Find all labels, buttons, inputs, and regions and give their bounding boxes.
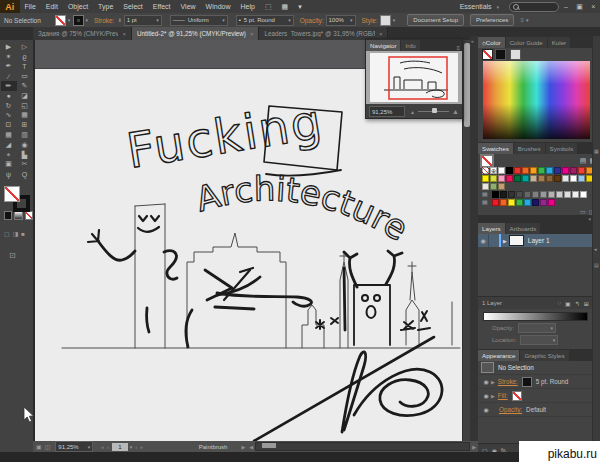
magic-wand-tool[interactable]: ✶ [1, 52, 17, 62]
swatch-group-folder-icon[interactable]: ▤ [482, 199, 491, 206]
layer-thumbnail[interactable] [509, 235, 524, 246]
pencil-tool[interactable]: ✎ [17, 81, 33, 91]
style-swatch[interactable] [380, 15, 391, 26]
fill-swatch-arrow-icon[interactable]: ▾ [68, 17, 71, 23]
swatch[interactable] [506, 175, 513, 182]
tab-symbols[interactable]: Symbols [546, 143, 578, 154]
stroke-weight-stepper[interactable]: ⬍ [117, 17, 121, 23]
swatch-thumbnail-view-icon[interactable]: ▤ [580, 157, 587, 165]
slice-tool[interactable]: ✂ [17, 160, 33, 170]
scale-tool[interactable]: ◱ [17, 101, 33, 111]
rotate-tool[interactable]: ↻ [1, 101, 17, 111]
tab-graphic-styles[interactable]: Graphic Styles [520, 350, 568, 361]
stroke-swatch-arrow-icon[interactable]: ▾ [85, 17, 88, 23]
swatch[interactable] [548, 199, 555, 206]
gradient-location-field[interactable]: ▾ [520, 335, 558, 345]
navigator-preview[interactable] [366, 51, 462, 104]
first-artboard-icon[interactable]: « [101, 444, 104, 450]
rectangle-tool[interactable]: ▭ [17, 71, 33, 81]
menu-effect[interactable]: Effect [148, 0, 176, 13]
menu-object[interactable]: Object [63, 0, 93, 13]
menu-edit[interactable]: Edit [41, 0, 63, 13]
swatch[interactable] [524, 199, 531, 206]
status-divider-icon[interactable]: ▶ [241, 444, 245, 450]
eraser-tool[interactable]: ◪ [17, 91, 33, 101]
swatch[interactable] [570, 167, 577, 174]
column-graph-tool[interactable]: ▙ [17, 150, 33, 160]
swatch[interactable] [530, 167, 537, 174]
fill-color-proxy[interactable] [4, 186, 20, 202]
free-transform-tool[interactable]: ▦ [17, 111, 33, 121]
preferences-button[interactable]: Preferences [470, 14, 514, 26]
restore-button[interactable]: ▣ [573, 0, 587, 13]
mesh-tool[interactable]: ▦ [1, 130, 17, 140]
swatch[interactable] [516, 199, 523, 206]
visibility-eye-icon[interactable]: ◉ [481, 392, 491, 399]
swatch[interactable] [522, 175, 529, 182]
eyedropper-tool[interactable]: ◢ [1, 140, 17, 150]
shape-builder-tool[interactable]: ⊡ [1, 120, 17, 130]
navigator-zoom-field[interactable]: 91,25% [369, 106, 405, 117]
visibility-eye-icon[interactable]: ◉ [478, 237, 488, 244]
tab-appearance[interactable]: Appearance [478, 350, 519, 361]
panel-grid-icon[interactable]: ▦ [594, 148, 599, 154]
workspace-arrow-icon[interactable]: ▾ [497, 4, 500, 10]
tab-color-guide[interactable]: Color Guide [506, 37, 547, 48]
visibility-eye-icon[interactable]: ◉ [481, 406, 491, 413]
navigator-view-box[interactable] [389, 57, 447, 99]
pattern-swatch[interactable] [490, 183, 497, 190]
swatch[interactable] [578, 175, 585, 182]
swatch[interactable] [530, 175, 537, 182]
selection-tool[interactable]: ▶ [1, 42, 17, 52]
pattern-swatch[interactable] [498, 183, 505, 190]
swatch[interactable] [562, 167, 569, 174]
perspective-grid-tool[interactable]: ⊞ [17, 120, 33, 130]
status-zoom-field[interactable]: 91,25%▾ [55, 441, 93, 452]
search-input[interactable] [509, 2, 559, 12]
tab-close-icon[interactable]: × [250, 31, 254, 37]
tab-color[interactable]: ◇ Color [478, 37, 505, 48]
appearance-stroke-swatch[interactable] [522, 377, 532, 387]
swatch[interactable] [538, 167, 545, 174]
minimize-button[interactable]: – [559, 0, 573, 13]
swatch[interactable] [524, 191, 531, 198]
layer-name[interactable]: Layer 1 [528, 237, 550, 244]
fullscreen-mode-icon[interactable]: ■ [21, 231, 25, 237]
none-mode-button[interactable] [25, 211, 33, 220]
menu-window[interactable]: Window [201, 0, 236, 13]
opacity-link[interactable]: Opacity: [300, 17, 324, 24]
visibility-eye-icon[interactable]: ◉ [481, 378, 491, 385]
horizontal-scrollbar[interactable] [255, 442, 470, 451]
row-expand-arrow-icon[interactable]: ▶ [491, 379, 495, 385]
workspace-switcher[interactable]: Essentials [455, 0, 497, 13]
zoom-out-mountain-icon[interactable]: ▲ [410, 109, 415, 115]
normal-screen-mode-icon[interactable]: ▢ [4, 230, 10, 237]
status-icon-b[interactable]: ◫ [45, 443, 51, 450]
stroke-weight-field[interactable]: 1 pt▾ [124, 15, 162, 26]
hand-tool[interactable]: ψ [1, 169, 17, 179]
swatch[interactable] [578, 167, 585, 174]
direct-selection-tool[interactable]: ▷ [17, 42, 33, 52]
pen-tool[interactable]: ✒ [1, 62, 17, 72]
swatch[interactable] [492, 191, 499, 198]
new-layer-icon[interactable]: ⊞ [584, 300, 589, 307]
style-arrow-icon[interactable]: ▾ [393, 17, 396, 23]
swatch[interactable] [540, 191, 547, 198]
swatch-group-folder-icon[interactable]: ▤ [482, 191, 491, 198]
appearance-stroke-link[interactable]: Stroke: [498, 378, 518, 385]
fill-swatch[interactable] [55, 15, 66, 26]
app-logo[interactable]: Ai [0, 0, 20, 13]
draw-modes-icon[interactable]: ⊡ [9, 251, 16, 260]
tab-info[interactable]: Info [401, 40, 419, 51]
status-icon-a[interactable]: ▣ [36, 443, 42, 450]
menu-file[interactable]: File [20, 0, 41, 13]
color-mode-button[interactable] [4, 211, 12, 220]
make-clipping-mask-icon[interactable]: ▣ [565, 300, 571, 307]
blob-brush-tool[interactable]: ● [1, 91, 17, 101]
color-fill-proxy[interactable] [482, 49, 493, 60]
close-button[interactable]: × [586, 0, 600, 13]
last-artboard-icon[interactable]: » [140, 444, 143, 450]
locate-object-icon[interactable]: ◌ [557, 300, 561, 306]
stroke-swatch[interactable] [74, 16, 83, 25]
navigator-zoom-slider[interactable] [418, 111, 449, 112]
